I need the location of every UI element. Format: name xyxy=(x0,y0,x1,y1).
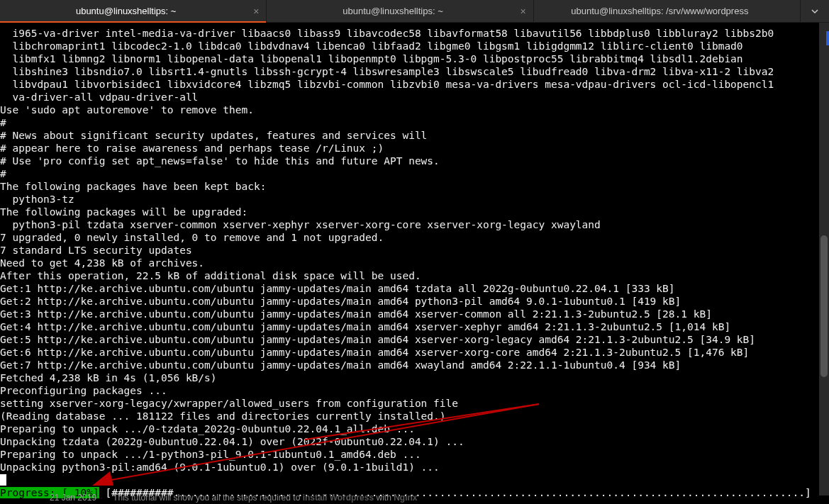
tab-title: ubuntu@linuxshelltips: ~ xyxy=(76,6,176,16)
terminal-cursor xyxy=(0,474,6,486)
close-icon[interactable]: × xyxy=(253,6,259,17)
footer-bold: Nginx xyxy=(394,493,417,503)
selection-indicator xyxy=(826,31,829,45)
tab-title: ubuntu@linuxshelltips: ~ xyxy=(343,6,443,16)
page-footer-snippet: 21 Jan 2019 This tutorial will show you … xyxy=(50,493,418,503)
tab-title: ubuntu@linuxshelltips: /srv/www/wordpres… xyxy=(571,6,748,16)
footer-text: with xyxy=(374,493,394,503)
close-icon[interactable]: × xyxy=(520,6,525,17)
scrollbar[interactable] xyxy=(819,23,829,495)
footer-date: 21 Jan 2019 xyxy=(50,493,96,503)
scrollbar-thumb[interactable] xyxy=(820,235,828,377)
chevron-down-icon xyxy=(811,7,819,16)
footer-bold: install Wordpress xyxy=(303,493,374,503)
terminal-tab-3[interactable]: ubuntu@linuxshelltips: /srv/www/wordpres… xyxy=(534,0,801,22)
terminal-tab-2[interactable]: ubuntu@linuxshelltips: ~ × xyxy=(267,0,533,22)
footer-text: This tutorial will show you all the step… xyxy=(113,493,302,503)
tab-menu-button[interactable] xyxy=(801,0,829,22)
terminal-tab-1[interactable]: ubuntu@linuxshelltips: ~ × xyxy=(0,0,267,22)
tab-bar: ubuntu@linuxshelltips: ~ × ubuntu@linuxs… xyxy=(0,0,829,23)
terminal-output[interactable]: i965-va-driver intel-media-va-driver lib… xyxy=(0,23,829,499)
